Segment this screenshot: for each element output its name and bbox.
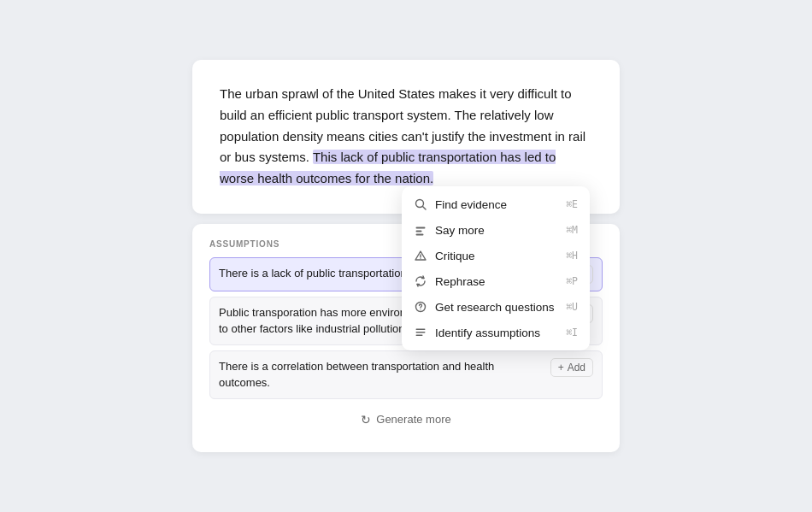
assumption-row-3: There is a correlation between transport…: [209, 350, 603, 399]
menu-item-left-find-evidence: Find evidence: [414, 197, 507, 211]
plus-icon-3: +: [558, 362, 564, 374]
research-questions-shortcut: ⌘U: [566, 301, 578, 313]
critique-label: Critique: [435, 250, 475, 262]
menu-item-find-evidence[interactable]: Find evidence ⌘E: [402, 191, 590, 217]
context-menu: Find evidence ⌘E Say more ⌘M: [402, 186, 590, 350]
assumption-text-3: There is a correlation between transport…: [219, 358, 550, 391]
svg-line-1: [423, 207, 427, 210]
find-evidence-label: Find evidence: [435, 198, 507, 211]
identify-assumptions-shortcut: ⌘I: [566, 327, 578, 338]
svg-rect-11: [416, 335, 423, 337]
list-icon: [414, 326, 427, 339]
critique-shortcut: ⌘H: [566, 250, 578, 262]
svg-point-8: [420, 309, 421, 310]
say-more-label: Say more: [435, 224, 485, 237]
rephrase-icon: [414, 274, 427, 288]
find-evidence-shortcut: ⌘E: [566, 198, 578, 210]
menu-item-rephrase[interactable]: Rephrase ⌘P: [402, 268, 590, 294]
menu-item-left-rephrase: Rephrase: [414, 274, 485, 288]
menu-item-left-critique: Critique: [414, 249, 475, 262]
add-label-3: Add: [568, 362, 585, 374]
body-text: The urban sprawl of the United States ma…: [220, 84, 592, 190]
svg-rect-4: [416, 234, 424, 236]
menu-item-left-say-more: Say more: [414, 223, 485, 237]
menu-item-left-identify-assumptions: Identify assumptions: [414, 326, 540, 339]
add-button-3[interactable]: + Add: [550, 358, 593, 377]
expand-icon: [414, 223, 427, 237]
search-icon: [414, 197, 427, 211]
question-icon: [414, 300, 427, 314]
refresh-icon: ↻: [361, 413, 371, 427]
identify-assumptions-label: Identify assumptions: [435, 327, 540, 339]
say-more-shortcut: ⌘M: [566, 224, 578, 236]
generate-more-label: Generate more: [376, 413, 450, 426]
menu-item-identify-assumptions[interactable]: Identify assumptions ⌘I: [402, 320, 590, 345]
main-container: The urban sprawl of the United States ma…: [192, 60, 620, 452]
menu-item-research-questions[interactable]: Get research questions ⌘U: [402, 294, 590, 320]
menu-item-left-research-questions: Get research questions: [414, 300, 555, 314]
svg-rect-2: [416, 227, 426, 229]
warning-icon: [414, 249, 427, 262]
rephrase-shortcut: ⌘P: [566, 275, 578, 287]
research-questions-label: Get research questions: [435, 301, 555, 314]
svg-rect-9: [416, 329, 426, 331]
menu-item-critique[interactable]: Critique ⌘H: [402, 243, 590, 268]
menu-item-say-more[interactable]: Say more ⌘M: [402, 217, 590, 243]
generate-more-button[interactable]: ↻ Generate more: [209, 404, 603, 435]
svg-rect-10: [416, 332, 426, 333]
svg-rect-3: [416, 231, 422, 232]
rephrase-label: Rephrase: [435, 275, 485, 288]
svg-point-6: [420, 258, 421, 259]
